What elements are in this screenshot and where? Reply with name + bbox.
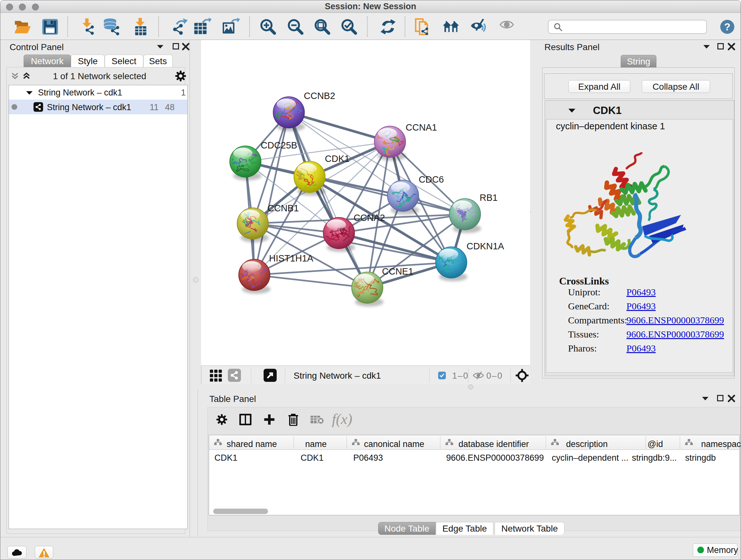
svg-text:CCNE1: CCNE1 [382, 266, 413, 276]
svg-text:CDC6: CDC6 [419, 174, 444, 185]
svg-text:HIST1H1A: HIST1H1A [269, 253, 313, 263]
svg-text:CCNB1: CCNB1 [267, 203, 299, 213]
svg-text:CCNA2: CCNA2 [354, 212, 385, 223]
svg-text:CDC25B: CDC25B [261, 140, 297, 150]
svg-text:RB1: RB1 [480, 192, 497, 203]
svg-text:CCNB2: CCNB2 [304, 91, 335, 101]
svg-text:CCNA1: CCNA1 [406, 122, 437, 132]
svg-text:CDK1: CDK1 [325, 153, 349, 164]
svg-text:CDKN1A: CDKN1A [467, 241, 504, 251]
